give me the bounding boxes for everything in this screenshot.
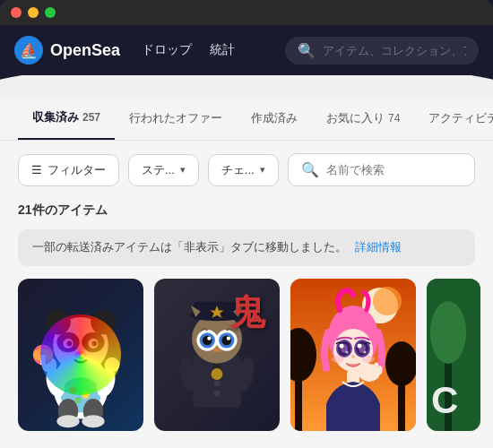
nav-links: ドロップ 統計 [142, 42, 264, 58]
svg-point-67 [351, 355, 355, 358]
svg-point-65 [346, 351, 349, 354]
chevron-down-icon: ▾ [180, 164, 186, 176]
tab-offers[interactable]: 行われたオファー [115, 98, 237, 139]
name-search-input[interactable] [326, 163, 462, 177]
status-dropdown[interactable]: ステ... ▾ [128, 154, 199, 186]
maximize-button[interactable] [45, 7, 56, 18]
svg-point-50 [373, 287, 402, 315]
anime-background [290, 279, 416, 431]
svg-point-74 [430, 301, 466, 364]
filter-button[interactable]: ☰ フィルター [18, 154, 119, 186]
search-icon: 🔍 [298, 42, 316, 59]
nft-grid: 鬼 [0, 279, 493, 431]
close-button[interactable] [11, 7, 22, 18]
content-area: 収集済み257 行われたオファー 作成済み お気に入り74 アクティビティ ☰ … [0, 97, 493, 448]
svg-point-25 [75, 397, 82, 403]
name-search[interactable]: 🔍 [288, 153, 475, 186]
nav-link-drop[interactable]: ドロップ [142, 42, 192, 58]
chevron-down-icon: ▾ [260, 164, 265, 176]
chain-dropdown[interactable]: チェ... ▾ [208, 154, 279, 186]
logo-text: OpenSea [50, 41, 120, 60]
nft-card-anime[interactable] [290, 279, 416, 431]
nft-card-panda[interactable] [18, 279, 143, 431]
logo-icon: ⛵ [14, 36, 43, 65]
svg-point-63 [340, 344, 344, 349]
tab-created[interactable]: 作成済み [237, 98, 312, 139]
notice-banner: 一部の転送済みアイテムは「非表示」タブに移動しました。 詳細情報 [18, 229, 475, 266]
logo[interactable]: ⛵ OpenSea [14, 36, 120, 65]
nft-card-forest[interactable]: C [427, 279, 480, 431]
minimize-button[interactable] [28, 7, 39, 18]
oni-kanji: 鬼 [229, 288, 265, 337]
item-count: 21件のアイテム [0, 199, 493, 229]
nft-card-oni[interactable]: 鬼 [154, 279, 280, 431]
svg-point-39 [207, 337, 211, 340]
wave-divider [0, 75, 493, 97]
tab-collected[interactable]: 収集済み257 [18, 97, 115, 140]
filter-icon: ☰ [31, 163, 42, 177]
window-chrome [0, 0, 493, 25]
svg-point-22 [82, 415, 104, 427]
svg-point-28 [212, 368, 223, 380]
search-input[interactable] [323, 44, 466, 57]
notice-link[interactable]: 詳細情報 [355, 241, 402, 254]
svg-point-46 [214, 381, 220, 386]
toolbar: ☰ フィルター ステ... ▾ チェ... ▾ 🔍 [0, 141, 493, 199]
svg-text:C: C [431, 379, 458, 421]
svg-point-69 [362, 356, 375, 363]
svg-point-40 [227, 337, 230, 340]
search-icon: 🔍 [301, 161, 319, 178]
forest-illustration: C [427, 279, 480, 431]
tab-favorites[interactable]: お気に入り74 [312, 98, 414, 139]
tabs-bar: 収集済み257 行われたオファー 作成済み お気に入り74 アクティビティ [0, 97, 493, 141]
svg-point-68 [332, 356, 344, 363]
svg-point-21 [56, 415, 79, 427]
nav-link-stats[interactable]: 統計 [210, 42, 235, 58]
svg-point-47 [214, 391, 220, 396]
svg-point-37 [203, 335, 212, 345]
svg-point-66 [364, 351, 367, 354]
tab-activity[interactable]: アクティビティ [414, 98, 493, 139]
navbar: ⛵ OpenSea ドロップ 統計 🔍 [0, 25, 493, 75]
svg-point-64 [358, 344, 362, 349]
svg-point-38 [221, 335, 231, 345]
nav-search[interactable]: 🔍 [285, 37, 479, 65]
